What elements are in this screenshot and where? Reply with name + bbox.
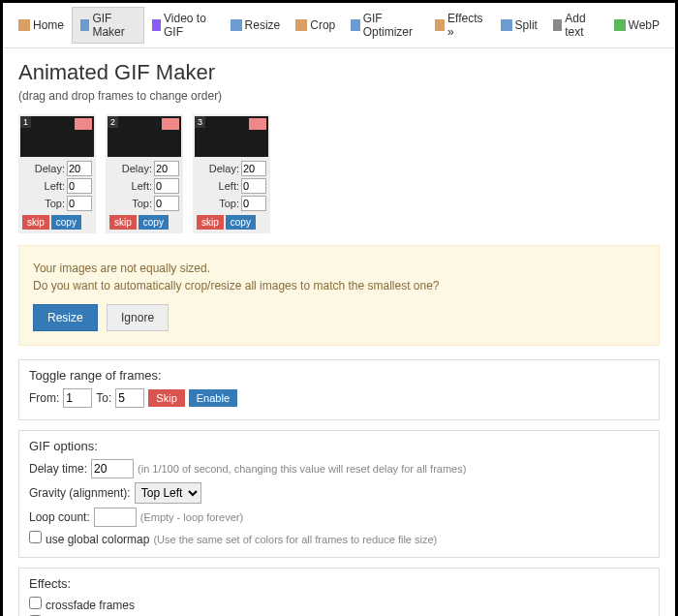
nav-label: Add text [565, 12, 598, 39]
gravity-select[interactable]: Top Left [135, 482, 201, 504]
nav-split[interactable]: Split [493, 7, 545, 44]
nav-icon [435, 19, 445, 31]
frame-thumbnail[interactable]: 1 [20, 116, 94, 157]
range-title: Toggle range of frames: [29, 368, 649, 383]
left-label: Left: [219, 180, 239, 192]
nav-webp[interactable]: WebP [606, 7, 667, 44]
nav-label: Split [515, 18, 538, 32]
nav-crop[interactable]: Crop [288, 7, 343, 44]
top-nav: HomeGIF MakerVideo to GIFResizeCropGIF O… [3, 3, 675, 48]
effects-title: Effects: [29, 576, 649, 591]
delay-label: Delay time: [29, 462, 87, 476]
frame-card[interactable]: 1Delay:Left:Top:skipcopy [18, 114, 96, 233]
frame-top-input[interactable] [241, 196, 266, 211]
options-panel: GIF options: Delay time: (in 1/100 of se… [18, 430, 660, 558]
frames-row: 1Delay:Left:Top:skipcopy2Delay:Left:Top:… [18, 114, 660, 233]
top-label: Top: [219, 198, 239, 209]
from-label: From: [29, 391, 59, 405]
loop-hint: (Empty - loop forever) [140, 511, 243, 523]
page-title: Animated GIF Maker [18, 60, 660, 85]
nav-icon [295, 19, 307, 31]
nav-label: WebP [629, 18, 660, 32]
frame-copy-button[interactable]: copy [139, 215, 169, 230]
top-label: Top: [132, 198, 152, 209]
left-label: Left: [45, 180, 65, 192]
frame-card[interactable]: 3Delay:Left:Top:skipcopy [193, 114, 270, 233]
nav-effects-[interactable]: Effects » [427, 7, 492, 44]
frame-delay-input[interactable] [241, 161, 266, 176]
options-title: GIF options: [29, 439, 649, 453]
nav-icon [18, 19, 30, 31]
frame-number: 1 [20, 116, 31, 128]
frame-top-input[interactable] [67, 196, 92, 211]
loop-label: Loop count: [29, 510, 90, 524]
crossfade-checkbox[interactable] [29, 597, 42, 609]
nav-video-to-gif[interactable]: Video to GIF [144, 7, 223, 44]
crossfade-label: crossfade frames [46, 599, 135, 612]
nav-resize[interactable]: Resize [223, 7, 289, 44]
frame-left-input[interactable] [241, 178, 266, 194]
range-panel: Toggle range of frames: From: To: Skip E… [18, 359, 660, 420]
range-enable-button[interactable]: Enable [189, 389, 237, 407]
nav-icon [351, 19, 359, 31]
colormap-checkbox[interactable] [29, 531, 42, 543]
frame-left-input[interactable] [154, 178, 179, 194]
to-input[interactable] [115, 388, 144, 408]
nav-icon [80, 19, 89, 31]
frame-copy-button[interactable]: copy [226, 215, 256, 230]
alert-line1: Your images are not equally sized. [33, 262, 210, 275]
frame-delay-input[interactable] [154, 161, 179, 176]
nav-gif-maker[interactable]: GIF Maker [72, 7, 144, 44]
nav-icon [231, 19, 242, 31]
from-input[interactable] [63, 388, 92, 408]
ignore-button[interactable]: Ignore [107, 304, 169, 331]
left-label: Left: [132, 180, 152, 192]
range-skip-button[interactable]: Skip [148, 389, 184, 407]
frame-copy-button[interactable]: copy [51, 215, 81, 230]
nav-label: GIF Optimizer [363, 12, 419, 39]
frame-thumbnail[interactable]: 3 [195, 116, 268, 157]
frame-card[interactable]: 2Delay:Left:Top:skipcopy [106, 114, 183, 233]
nav-add-text[interactable]: Add text [545, 7, 606, 44]
top-label: Top: [45, 198, 65, 209]
frame-thumbnail[interactable]: 2 [108, 116, 181, 157]
colormap-hint: (Use the same set of colors for all fram… [153, 534, 437, 545]
delay-label: Delay: [122, 163, 152, 174]
nav-label: Home [33, 18, 64, 32]
nav-icon [614, 19, 626, 31]
delay-hint: (in 1/100 of second, changing this value… [138, 463, 466, 475]
frame-skip-button[interactable]: skip [197, 215, 224, 230]
delay-label: Delay: [35, 163, 65, 174]
frame-delay-input[interactable] [67, 161, 92, 176]
nav-label: Effects » [447, 12, 485, 39]
frame-left-input[interactable] [67, 178, 92, 194]
delay-input[interactable] [91, 459, 134, 478]
frame-number: 3 [195, 116, 205, 128]
nav-label: GIF Maker [92, 12, 135, 39]
frame-skip-button[interactable]: skip [22, 215, 49, 230]
gravity-label: Gravity (alignment): [29, 486, 131, 500]
nav-icon [501, 19, 512, 31]
frame-top-input[interactable] [154, 196, 179, 211]
nav-icon [152, 19, 161, 31]
nav-home[interactable]: Home [11, 7, 72, 44]
loop-input[interactable] [94, 508, 137, 527]
nav-icon [553, 19, 562, 31]
resize-button[interactable]: Resize [33, 304, 98, 331]
alert-line2: Do you want to automatically crop/resize… [33, 279, 440, 293]
colormap-label: use global colormap [46, 533, 149, 546]
resize-alert: Your images are not equally sized. Do yo… [18, 245, 660, 346]
main-content: Animated GIF Maker (drag and drop frames… [3, 48, 675, 616]
to-label: To: [96, 391, 111, 405]
frame-number: 2 [108, 116, 118, 128]
nav-gif-optimizer[interactable]: GIF Optimizer [343, 7, 427, 44]
nav-label: Resize [245, 18, 281, 32]
nav-label: Video to GIF [164, 12, 215, 39]
page-subtitle: (drag and drop frames to change order) [18, 89, 660, 103]
effects-panel: Effects: crossfade frames don't stack fr… [18, 568, 660, 616]
nav-label: Crop [310, 18, 335, 32]
delay-label: Delay: [209, 163, 239, 174]
frame-skip-button[interactable]: skip [109, 215, 137, 230]
